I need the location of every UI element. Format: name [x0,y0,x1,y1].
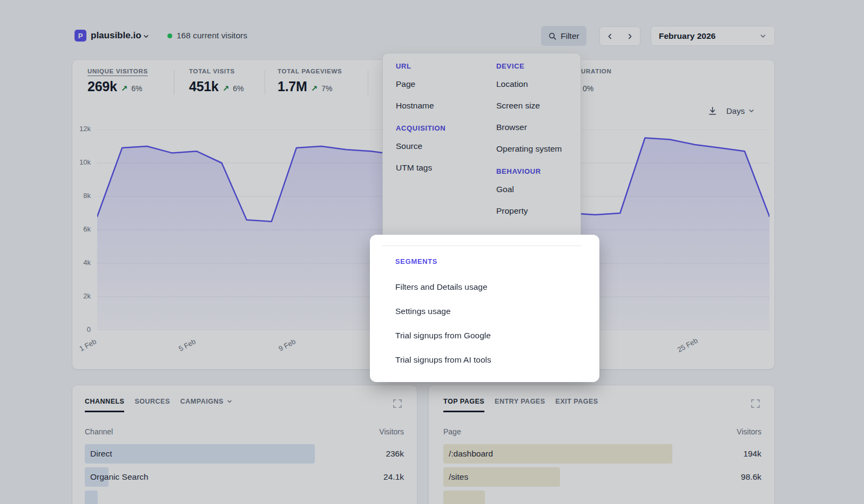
segment-item-trial-signups-google[interactable]: Trial signups from Google [395,323,583,348]
segments-list: Filters and Details usage Settings usage… [395,275,583,372]
segment-item-settings-usage[interactable]: Settings usage [395,299,583,323]
divider [382,246,581,246]
segments-spotlight: SEGMENTS Filters and Details usage Setti… [370,235,599,382]
filter-section-segments: SEGMENTS [395,257,437,265]
segment-item-trial-signups-ai-tools[interactable]: Trial signups from AI tools [395,348,583,372]
segment-item-filters-details-usage[interactable]: Filters and Details usage [395,275,583,299]
